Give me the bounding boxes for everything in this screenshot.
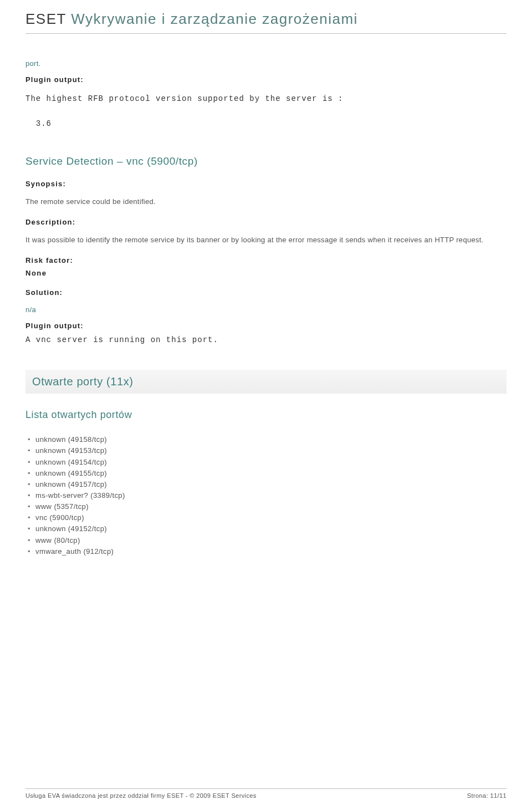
list-item: unknown (49155/tcp) [28, 468, 507, 479]
synopsis-label: Synopsis: [25, 180, 507, 188]
footer-left: Usługa EVA świadczona jest przez oddział… [25, 792, 257, 799]
page-footer: Usługa EVA świadczona jest przez oddział… [25, 788, 507, 799]
service-detection-heading: Service Detection – vnc (5900/tcp) [25, 155, 507, 167]
synopsis-text: The remote service could be identified. [25, 197, 507, 207]
plugin-output-text-2: A vnc server is running on this port. [25, 335, 507, 344]
list-item: www (80/tcp) [28, 535, 507, 546]
list-item: unknown (49157/tcp) [28, 479, 507, 490]
list-item: vnc (5900/tcp) [28, 512, 507, 523]
plugin-output-line2: 3.6 [25, 119, 52, 128]
description-label: Description: [25, 218, 507, 226]
list-item: unknown (49153/tcp) [28, 445, 507, 456]
list-item: unknown (49158/tcp) [28, 434, 507, 445]
open-ports-list: unknown (49158/tcp) unknown (49153/tcp) … [25, 434, 507, 557]
list-item: vmware_auth (912/tcp) [28, 546, 507, 557]
open-ports-list-heading: Lista otwartych portów [25, 409, 507, 421]
list-item: www (5357/tcp) [28, 501, 507, 512]
footer-right: Strona: 11/11 [467, 792, 507, 799]
header-divider [25, 33, 507, 34]
solution-label: Solution: [25, 288, 507, 297]
page-header: ESET Wykrywanie i zarządzanie zagrożenia… [25, 10, 507, 29]
plugin-output-label-1: Plugin output: [25, 75, 507, 84]
open-ports-banner: Otwarte porty (11x) [25, 370, 507, 394]
solution-text: n/a [25, 305, 507, 314]
header-subtitle: Wykrywanie i zarządzanie zagrożeniami [71, 11, 358, 27]
plugin-output-line1: The highest RFB protocol version support… [25, 94, 343, 103]
plugin-output-label-2: Plugin output: [25, 322, 507, 330]
list-item: ms-wbt-server? (3389/tcp) [28, 490, 507, 501]
port-label: port. [25, 59, 507, 68]
list-item: unknown (49154/tcp) [28, 457, 507, 468]
list-item: unknown (49152/tcp) [28, 523, 507, 534]
footer-divider [25, 788, 507, 789]
risk-factor-value: None [25, 269, 507, 277]
plugin-output-block-1: The highest RFB protocol version support… [25, 93, 507, 130]
description-text: It was possible to identify the remote s… [25, 235, 507, 245]
risk-factor-label: Risk factor: [25, 256, 507, 264]
brand-name: ESET [25, 11, 66, 27]
